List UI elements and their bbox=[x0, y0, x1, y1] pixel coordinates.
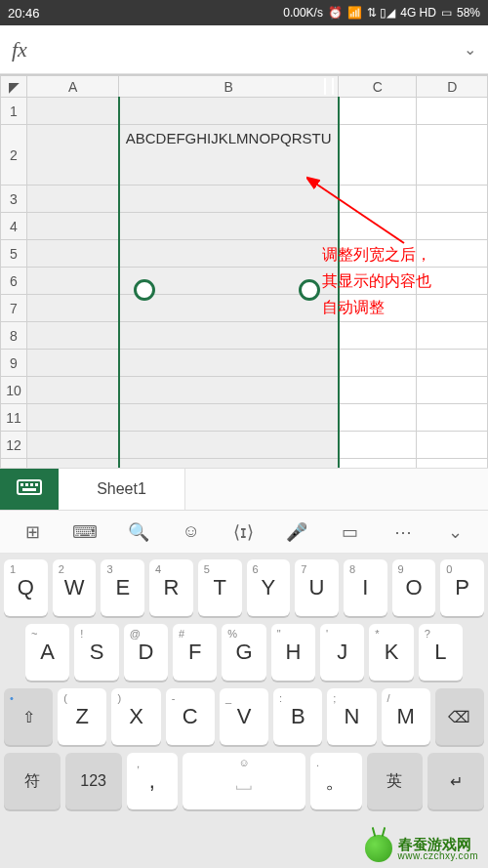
key-w[interactable]: 2W bbox=[53, 559, 97, 616]
key-f[interactable]: #F bbox=[173, 624, 217, 681]
cell[interactable] bbox=[27, 268, 119, 295]
row-header[interactable]: 7 bbox=[1, 295, 27, 322]
cell[interactable] bbox=[27, 404, 119, 432]
select-all-corner[interactable]: ◤ bbox=[1, 76, 27, 98]
key-o[interactable]: 9O bbox=[392, 559, 436, 616]
row-header[interactable]: 12 bbox=[1, 432, 27, 459]
key-z[interactable]: (Z bbox=[58, 688, 106, 745]
cell[interactable] bbox=[417, 404, 488, 432]
key-b[interactable]: :B bbox=[273, 688, 322, 745]
cell[interactable] bbox=[27, 377, 119, 404]
ime-keyboard-icon[interactable]: ⌨ bbox=[69, 517, 101, 548]
ime-mic-icon[interactable]: 🎤 bbox=[281, 517, 312, 548]
cell[interactable] bbox=[27, 459, 119, 469]
cell[interactable] bbox=[417, 432, 488, 459]
ime-search-icon[interactable]: 🔍 bbox=[123, 517, 154, 548]
number-key[interactable]: 123 bbox=[65, 753, 122, 809]
key-s[interactable]: !S bbox=[74, 624, 118, 681]
comma-key[interactable]: ，, bbox=[127, 753, 179, 809]
cell[interactable] bbox=[339, 98, 417, 125]
cell-b2[interactable]: ABCDEFGHIJKLMNOPQRSTU bbox=[119, 125, 339, 186]
cell[interactable] bbox=[417, 213, 488, 240]
cell[interactable] bbox=[27, 295, 119, 322]
key-p[interactable]: 0P bbox=[440, 559, 484, 616]
cell[interactable] bbox=[339, 377, 417, 404]
cell[interactable] bbox=[27, 350, 119, 377]
language-key[interactable]: 英 bbox=[367, 753, 424, 809]
cell[interactable] bbox=[119, 350, 339, 377]
sheet-tab[interactable]: Sheet1 bbox=[59, 469, 185, 510]
spreadsheet[interactable]: ◤ A B C D 1 2ABCDEFGHIJKLMNOPQRSTU 3 4 5… bbox=[0, 74, 488, 468]
key-v[interactable]: _V bbox=[220, 688, 268, 745]
space-key[interactable]: ☺⎵ bbox=[183, 753, 305, 809]
period-key[interactable]: .。 bbox=[310, 753, 362, 809]
key-h[interactable]: "H bbox=[271, 624, 315, 681]
cell[interactable] bbox=[339, 322, 417, 350]
key-g[interactable]: %G bbox=[222, 624, 265, 681]
cell[interactable] bbox=[119, 432, 339, 459]
cell[interactable] bbox=[27, 186, 119, 213]
row-header[interactable]: 2 bbox=[1, 125, 27, 186]
ime-cursor-icon[interactable]: ⟨ɪ⟩ bbox=[228, 517, 260, 548]
cell[interactable] bbox=[417, 377, 488, 404]
ime-collapse-icon[interactable]: ⌄ bbox=[440, 517, 471, 548]
cell[interactable] bbox=[417, 350, 488, 377]
cell[interactable] bbox=[119, 322, 339, 350]
cell[interactable] bbox=[27, 432, 119, 459]
cell[interactable] bbox=[119, 377, 339, 404]
cell[interactable] bbox=[119, 459, 339, 469]
row-header[interactable]: 4 bbox=[1, 213, 27, 240]
cell[interactable] bbox=[119, 98, 339, 125]
cell[interactable] bbox=[417, 322, 488, 350]
key-x[interactable]: )X bbox=[111, 688, 160, 745]
ime-more-icon[interactable]: ⋯ bbox=[387, 517, 419, 548]
cell[interactable] bbox=[27, 322, 119, 350]
col-header-d[interactable]: D bbox=[417, 76, 488, 98]
col-header-b[interactable]: B bbox=[119, 76, 339, 98]
cell[interactable] bbox=[27, 213, 119, 240]
cell[interactable] bbox=[417, 125, 488, 186]
cell[interactable] bbox=[119, 240, 339, 268]
key-l[interactable]: ?L bbox=[419, 624, 463, 681]
key-r[interactable]: 4R bbox=[149, 559, 193, 616]
cell[interactable] bbox=[339, 350, 417, 377]
row-header[interactable]: 11 bbox=[1, 404, 27, 432]
cell[interactable] bbox=[339, 404, 417, 432]
cell[interactable] bbox=[119, 213, 339, 240]
key-m[interactable]: /M bbox=[382, 688, 430, 745]
key-k[interactable]: *K bbox=[369, 624, 413, 681]
cell[interactable] bbox=[417, 459, 488, 469]
row-header[interactable]: 5 bbox=[1, 240, 27, 268]
symbol-key[interactable]: 符 bbox=[4, 753, 61, 809]
cell[interactable] bbox=[27, 98, 119, 125]
row-header[interactable]: 13 bbox=[1, 459, 27, 469]
key-q[interactable]: 1Q bbox=[4, 559, 48, 616]
key-y[interactable]: 6Y bbox=[247, 559, 291, 616]
cell[interactable] bbox=[119, 268, 339, 295]
row-header[interactable]: 9 bbox=[1, 350, 27, 377]
key-c[interactable]: -C bbox=[166, 688, 215, 745]
cell[interactable] bbox=[339, 125, 417, 186]
row-header[interactable]: 1 bbox=[1, 98, 27, 125]
shift-key[interactable]: •⇧ bbox=[4, 688, 53, 745]
key-e[interactable]: 3E bbox=[101, 559, 144, 616]
row-header[interactable]: 8 bbox=[1, 322, 27, 350]
cell[interactable] bbox=[417, 186, 488, 213]
cell[interactable] bbox=[417, 98, 488, 125]
key-n[interactable]: ;N bbox=[327, 688, 376, 745]
row-header[interactable]: 3 bbox=[1, 186, 27, 213]
ime-grid-icon[interactable]: ⊞ bbox=[17, 517, 48, 548]
key-j[interactable]: 'J bbox=[320, 624, 364, 681]
formula-bar[interactable]: fx ⌄ bbox=[0, 25, 488, 74]
row-header[interactable]: 10 bbox=[1, 377, 27, 404]
keyboard-toggle-button[interactable] bbox=[0, 469, 59, 510]
cell[interactable] bbox=[27, 125, 119, 186]
chevron-down-icon[interactable]: ⌄ bbox=[464, 40, 476, 59]
cell[interactable] bbox=[119, 186, 339, 213]
ime-clipboard-icon[interactable]: ▭ bbox=[334, 517, 365, 548]
key-i[interactable]: 8I bbox=[344, 559, 387, 616]
ime-emoji-icon[interactable]: ☺ bbox=[176, 517, 207, 548]
key-u[interactable]: 7U bbox=[295, 559, 339, 616]
cell[interactable] bbox=[339, 432, 417, 459]
cell[interactable] bbox=[119, 404, 339, 432]
